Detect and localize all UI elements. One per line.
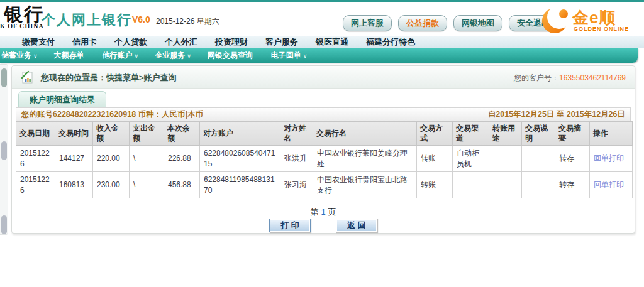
header-balance: 本次余额 xyxy=(164,122,200,146)
chevron-down-icon: ∨ xyxy=(33,53,38,59)
subnav-item-e-receipt[interactable]: 电子回单∨ xyxy=(271,50,308,61)
header-transfer-purpose: 转账用途 xyxy=(489,122,522,146)
table-cell: 转账 xyxy=(417,146,453,172)
menu-item-credit-card[interactable]: 信用卡 xyxy=(72,36,97,48)
table-cell: 中国农业银行贵阳宝山北路支行 xyxy=(313,172,417,198)
table-cell: 6228480260854047115 xyxy=(200,146,280,172)
chevron-down-icon: ∨ xyxy=(303,53,308,59)
table-cell: 转账 xyxy=(417,172,453,198)
table-cell: 226.88 xyxy=(164,146,200,172)
print-button[interactable]: 打 印 xyxy=(269,219,311,232)
date-range: 自2015年12月25日 至 2015年12月26日 xyxy=(488,109,625,120)
table-cell xyxy=(489,146,522,172)
table-cell: 转存 xyxy=(555,146,590,172)
ebank-map-button[interactable]: 网银地图 xyxy=(453,15,502,31)
table-row: 20151226 144127 220.00 \ 226.88 62284802… xyxy=(16,146,633,172)
table-cell xyxy=(522,172,555,198)
table-cell: \ xyxy=(130,172,164,198)
header: 银行 K OF CHINA 个人网上银行 V6.0 2015-12-26 星期六… xyxy=(0,2,644,36)
back-button[interactable]: 返 回 xyxy=(336,219,377,232)
pagination: 第1页 xyxy=(12,207,635,218)
receipt-print-link[interactable]: 回单打印 xyxy=(594,180,624,189)
brand-subtitle: GOLDEN ONLINE xyxy=(574,26,629,32)
table-cell xyxy=(522,146,555,172)
header-trade-bank: 交易行名 xyxy=(313,122,417,146)
subnav-item-corporate-service[interactable]: 企业服务∨ xyxy=(155,50,191,61)
menu-item-personal-forex[interactable]: 个人外汇 xyxy=(165,36,197,48)
chevron-down-icon: ∨ xyxy=(187,53,191,59)
header-trade-summary: 交易摘要 xyxy=(555,122,590,146)
rail-handle[interactable] xyxy=(1,68,7,87)
header-trade-channel: 交易渠道 xyxy=(453,122,489,146)
action-buttons: 打 印 返 回 xyxy=(12,219,635,232)
table-cell: 456.88 xyxy=(164,172,200,198)
transaction-table: 交易日期 交易时间 收入金额 支出金额 本次余额 对方账户 对方姓名 交易行名 … xyxy=(16,121,633,198)
table-cell: 160813 xyxy=(55,172,93,198)
table-cell xyxy=(453,172,489,198)
table-cell xyxy=(489,172,522,198)
menu-item-bank-medical[interactable]: 银医直通 xyxy=(316,36,348,48)
subnav-item-large-deposit[interactable]: 大额存单 xyxy=(54,50,86,61)
crescent-icon xyxy=(540,6,572,35)
left-collapsed-rail xyxy=(0,64,8,235)
table-cell: \ xyxy=(130,146,164,172)
customer-number-value: 1635503462114769 xyxy=(559,73,626,82)
header-button-group: 网上客服 公益捐款 网银地图 安全退出 xyxy=(343,15,558,31)
chevron-down-icon: ∨ xyxy=(135,53,139,59)
table-cell: 转存 xyxy=(555,172,590,198)
header-trade-date: 交易日期 xyxy=(16,122,55,146)
header-outgo-amount: 支出金额 xyxy=(130,122,164,146)
bank-logo-english: K OF CHINA xyxy=(0,23,44,30)
menu-item-customer-service[interactable]: 客户服务 xyxy=(265,36,298,48)
subnav-item-other-bank-account[interactable]: 他行账户∨ xyxy=(103,50,139,61)
primary-menu: 缴费支付 信用卡 个人贷款 个人外汇 投资理财 客户服务 银医直通 福建分行特色 xyxy=(0,36,644,48)
charity-donation-button[interactable]: 公益捐款 xyxy=(398,15,447,31)
table-cell: 自动柜员机 xyxy=(453,146,489,172)
account-number-currency: 您的账号6228482022321620918 币种：人民币|本币 xyxy=(21,109,203,120)
page-number: 1 xyxy=(318,207,328,217)
table-cell: 20151226 xyxy=(16,172,55,198)
header-trade-time: 交易时间 xyxy=(55,122,93,146)
menu-item-payment[interactable]: 缴费支付 xyxy=(22,36,55,48)
table-cell: 230.00 xyxy=(93,172,130,198)
account-info-bar: 您的账号6228482022321620918 币种：人民币|本币 自2015年… xyxy=(16,107,631,121)
table-header-row: 交易日期 交易时间 收入金额 支出金额 本次余额 对方账户 对方姓名 交易行名 … xyxy=(16,122,633,146)
location-document-icon xyxy=(21,70,35,84)
subnav-item-ebank-transaction-query[interactable]: 网银交易查询 xyxy=(208,50,255,61)
menu-item-investment[interactable]: 投资理财 xyxy=(215,36,248,48)
header-operation: 操作 xyxy=(590,122,633,146)
tab-account-detail-result[interactable]: 账户明细查询结果 xyxy=(18,91,106,107)
table-cell: 220.00 xyxy=(93,146,130,172)
product-title: 个人网上银行 xyxy=(42,11,132,30)
header-counterparty-account: 对方账户 xyxy=(200,122,280,146)
table-cell: 20151226 xyxy=(16,146,55,172)
online-banking-page: 银行 K OF CHINA 个人网上银行 V6.0 2015-12-26 星期六… xyxy=(0,0,644,287)
online-service-button[interactable]: 网上客服 xyxy=(343,15,392,31)
table-cell: 6228481198548813170 xyxy=(200,172,280,198)
version-label: V6.0 xyxy=(132,14,150,24)
breadcrumb: 您现在的位置是：快捷菜单>账户查询 xyxy=(41,72,177,84)
table-cell: 中国农业银行莱阳姜疃分理处 xyxy=(313,146,417,172)
golden-online-logo: 金e顺 GOLDEN ONLINE xyxy=(540,6,639,35)
rail-handle[interactable] xyxy=(1,215,7,234)
subnav-item-savings[interactable]: 储蓄业务∨ xyxy=(1,50,38,61)
receipt-print-link[interactable]: 回单打印 xyxy=(594,154,624,163)
table-cell: 张习海 xyxy=(280,172,313,198)
table-row: 20151226 160813 230.00 \ 456.88 62284811… xyxy=(16,172,633,198)
table-cell: 张洪升 xyxy=(280,146,313,172)
breadcrumb-bar: 您现在的位置是：快捷菜单>账户查询 您的客户号：1635503462114769 xyxy=(12,66,635,89)
header-trade-method: 交易方式 xyxy=(417,122,453,146)
current-date: 2015-12-26 星期六 xyxy=(156,16,219,27)
table-cell: 回单打印 xyxy=(590,172,633,198)
secondary-menu: 储蓄业务∨ 大额存单 他行账户∨ 企业服务∨ 网银交易查询 电子回单∨ xyxy=(0,48,638,63)
header-counterparty-name: 对方姓名 xyxy=(280,122,313,146)
header-trade-note: 交易说明 xyxy=(522,122,555,146)
menu-item-fujian-branch[interactable]: 福建分行特色 xyxy=(366,36,415,48)
menu-item-personal-loan[interactable]: 个人贷款 xyxy=(114,36,147,48)
content-panel: 您现在的位置是：快捷菜单>账户查询 您的客户号：1635503462114769… xyxy=(11,65,635,234)
customer-number: 您的客户号：1635503462114769 xyxy=(514,73,626,84)
header-income-amount: 收入金额 xyxy=(93,122,130,146)
table-cell: 144127 xyxy=(55,146,93,172)
rail-handle[interactable] xyxy=(1,141,7,160)
table-cell: 回单打印 xyxy=(590,146,633,172)
